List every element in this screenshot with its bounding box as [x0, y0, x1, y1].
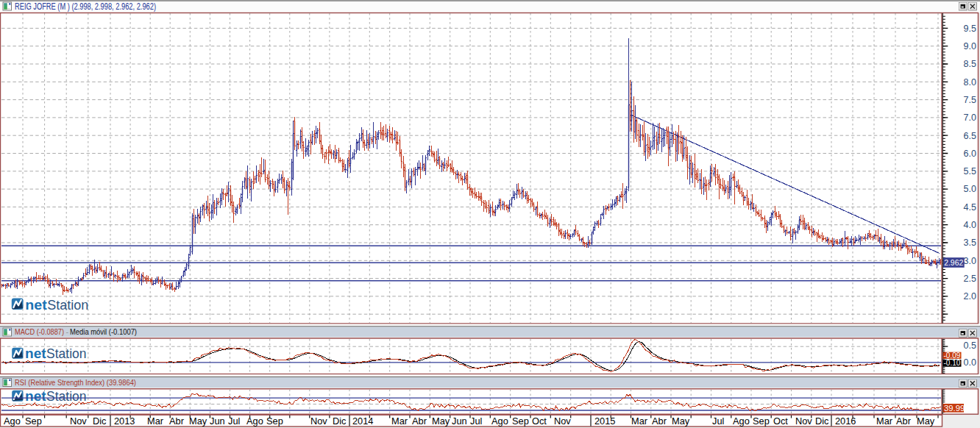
svg-text:Mar: Mar — [147, 415, 164, 427]
svg-text:May: May — [917, 415, 935, 427]
svg-text:Mar: Mar — [631, 415, 648, 427]
svg-text:6.5: 6.5 — [964, 131, 976, 141]
svg-text:Sep: Sep — [753, 415, 770, 427]
svg-text:0.5: 0.5 — [964, 340, 976, 351]
svg-text:Dic: Dic — [333, 415, 347, 427]
svg-text:0.0: 0.0 — [964, 357, 976, 368]
svg-text:Nov: Nov — [310, 415, 327, 427]
svg-text:-: - — [66, 327, 69, 336]
svg-text:4.0: 4.0 — [964, 220, 976, 230]
svg-text:3.5: 3.5 — [964, 238, 976, 248]
svg-text:39.99: 39.99 — [944, 404, 965, 413]
svg-text:Dic: Dic — [93, 415, 107, 427]
svg-text:Jun: Jun — [452, 415, 467, 427]
svg-text:Ago: Ago — [733, 415, 750, 427]
svg-text:9.0: 9.0 — [964, 41, 976, 51]
svg-text:Nov: Nov — [70, 415, 87, 427]
svg-text:net: net — [25, 346, 46, 361]
svg-text:Ago: Ago — [246, 415, 263, 427]
svg-text:net: net — [25, 388, 46, 404]
svg-text:Station: Station — [46, 388, 86, 404]
svg-text:9.5: 9.5 — [964, 24, 976, 34]
svg-text:net: net — [25, 297, 47, 313]
svg-text:Mar: Mar — [391, 415, 408, 427]
svg-text:7.0: 7.0 — [964, 113, 976, 123]
svg-text:2016: 2016 — [835, 415, 856, 427]
svg-text:2.962: 2.962 — [944, 257, 963, 268]
svg-text:Nov: Nov — [795, 415, 812, 427]
svg-text:May: May — [432, 415, 450, 427]
svg-text:Sep: Sep — [266, 415, 283, 427]
svg-text:-0.09: -0.09 — [944, 352, 961, 360]
svg-text:Oct: Oct — [773, 415, 788, 427]
svg-text:May: May — [189, 415, 207, 427]
svg-text:MACD (-0.0887): MACD (-0.0887) — [15, 327, 64, 336]
svg-text:Oct: Oct — [532, 415, 547, 427]
svg-text:Ago: Ago — [491, 415, 508, 427]
svg-text:5.5: 5.5 — [964, 166, 976, 176]
svg-text:Media móvil (-0.1007): Media móvil (-0.1007) — [70, 327, 137, 336]
svg-text:Abr: Abr — [412, 415, 427, 427]
svg-text:Abr: Abr — [896, 415, 912, 427]
svg-text:Abr: Abr — [652, 415, 667, 427]
svg-text:-0.10: -0.10 — [944, 359, 961, 367]
svg-text:Mar: Mar — [876, 415, 893, 427]
svg-text:3.0: 3.0 — [964, 256, 976, 266]
svg-text:Sep: Sep — [512, 415, 529, 427]
svg-text:5.0: 5.0 — [964, 184, 976, 194]
svg-text:7.5: 7.5 — [964, 95, 976, 105]
svg-text:Jul: Jul — [228, 415, 240, 427]
svg-text:2014: 2014 — [352, 415, 373, 427]
svg-text:2015: 2015 — [594, 415, 615, 427]
svg-text:Jul: Jul — [712, 415, 724, 427]
svg-text:2.5: 2.5 — [964, 274, 976, 284]
svg-text:Jul: Jul — [470, 415, 482, 427]
svg-text:Abr: Abr — [169, 415, 185, 427]
svg-text:6.0: 6.0 — [964, 149, 976, 159]
svg-text:May: May — [672, 415, 690, 427]
svg-text:8.5: 8.5 — [964, 59, 976, 69]
svg-text:Sep: Sep — [25, 415, 42, 427]
svg-text:4.5: 4.5 — [964, 202, 976, 213]
svg-text:Nov: Nov — [554, 415, 571, 427]
svg-text:2.0: 2.0 — [964, 291, 976, 302]
svg-text:2013: 2013 — [114, 415, 135, 427]
svg-text:REIG JOFRE (M ) (2.998, 2.998,: REIG JOFRE (M ) (2.998, 2.998, 2.962, 2.… — [15, 1, 156, 12]
svg-text:RSI (Relative Strength Index): RSI (Relative Strength Index) (39.9864) — [15, 378, 136, 387]
svg-text:Jun: Jun — [210, 415, 225, 427]
svg-text:8.0: 8.0 — [964, 77, 976, 88]
svg-text:Station: Station — [46, 346, 86, 361]
svg-text:Dic: Dic — [815, 415, 829, 427]
svg-text:Station: Station — [47, 297, 88, 313]
svg-text:Ago: Ago — [4, 415, 21, 427]
